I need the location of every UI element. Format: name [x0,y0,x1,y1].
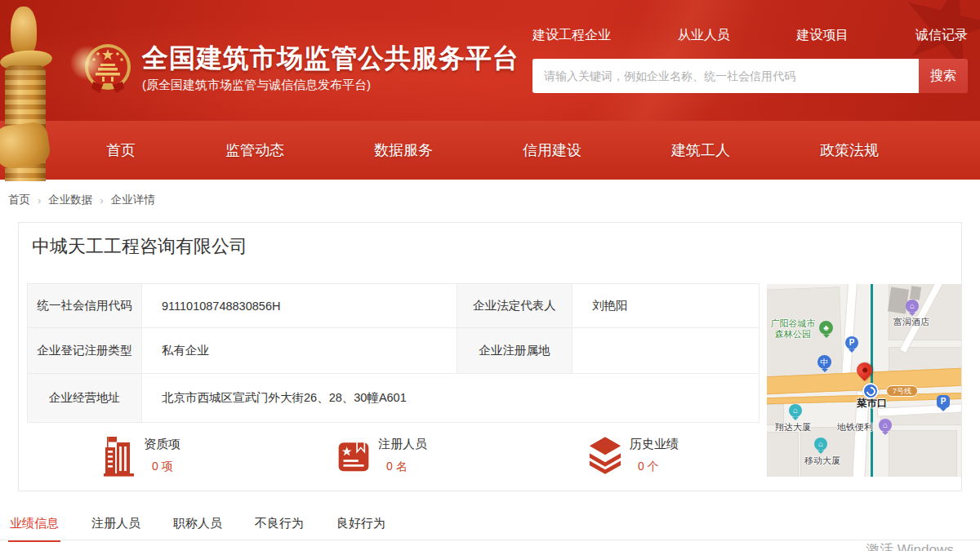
field-value-registration-type: 私有企业 [142,328,457,374]
field-label-registration-type: 企业登记注册类型 [28,328,142,374]
location-map[interactable]: 广阳谷城市 森林公园 富润酒店 菜市口 翔达大厦 地铁便利 移动大厦 7号线 ♣… [767,284,961,477]
breadcrumb: 首页 › 企业数据 › 企业详情 [8,193,155,207]
site-subtitle: (原全国建筑市场监管与诚信信息发布平台) [142,78,519,93]
stat-value: 0 个 [630,460,679,474]
top-nav-practitioners[interactable]: 从业人员 [678,27,730,52]
company-info-table: 统一社会信用代码 91110108748830856H 企业法定代表人 刘艳阳 … [27,283,760,423]
station-label: 菜市口 [857,398,888,409]
table-row: 统一社会信用代码 91110108748830856H 企业法定代表人 刘艳阳 [28,284,760,328]
field-value-legal-rep: 刘艳阳 [572,284,760,328]
park-label: 广阳谷城市 森林公园 [767,318,819,340]
metro-convenience-label: 地铁便利 [837,422,873,433]
qualification-building-icon [103,435,136,478]
metro-line-4 [871,284,873,477]
search-bar: 搜索 [532,59,968,93]
field-label-legal-rep: 企业法定代表人 [457,284,572,328]
stat-value: 0 名 [378,460,427,474]
breadcrumb-home[interactable]: 首页 [8,193,30,207]
stat-registered-personnel: 注册人员 0 名 [337,435,427,478]
stat-label: 历史业绩 [630,437,679,452]
field-label-registration-place: 企业注册属地 [457,328,572,374]
top-nav-construction-projects[interactable]: 建设项目 [796,27,849,52]
tab-registered-personnel[interactable]: 注册人员 [91,516,140,542]
main-nav: 首页 监管动态 数据服务 信用建设 建筑工人 政策法规 [0,121,980,180]
table-row: 企业登记注册类型 私有企业 企业注册属地 [28,328,760,374]
field-value-business-address: 北京市西城区宣武门外大街26、28、30幢A601 [142,374,760,423]
field-value-registration-place [572,328,760,374]
history-performance-layers-icon [589,435,621,478]
site-header: 全国建筑市场监管公共服务平台 (原全国建筑市场监管与诚信信息发布平台) 建设工程… [0,0,980,121]
park-tree-icon: ♣ [819,321,833,335]
company-name: 中城天工工程咨询有限公司 [32,234,247,259]
stat-value: 0 项 [144,460,180,474]
site-logo: 全国建筑市场监管公共服务平台 (原全国建筑市场监管与诚信信息发布平台) [83,42,519,95]
breadcrumb-separator: › [38,194,41,207]
stat-history-performance: 历史业绩 0 个 [589,435,679,478]
field-label-credit-code: 统一社会信用代码 [28,284,142,328]
stat-label: 注册人员 [378,437,427,452]
nav-item-policies[interactable]: 政策法规 [820,140,879,160]
metro-line7-badge: 7号线 [886,385,918,397]
page: 全国建筑市场监管公共服务平台 (原全国建筑市场监管与诚信信息发布平台) 建设工程… [0,0,980,551]
nav-item-credit[interactable]: 信用建设 [523,140,581,160]
breadcrumb-enterprise-data[interactable]: 企业数据 [48,193,92,207]
hotel-icon: ⌂ [906,300,919,313]
nav-item-workers[interactable]: 建筑工人 [671,140,730,160]
top-nav-credit-records[interactable]: 诚信记录 [915,27,968,52]
top-nav-construction-enterprises[interactable]: 建设工程企业 [532,27,611,52]
breadcrumb-enterprise-detail: 企业详情 [111,193,155,207]
national-emblem-icon [83,42,132,95]
bank-icon: 中 [817,355,831,369]
company-card: 中城天工工程咨询有限公司 统一社会信用代码 91110108748830856H… [18,222,962,491]
field-label-business-address: 企业经营地址 [28,374,142,423]
convenience-store-icon: ⌂ [879,419,892,432]
tab-bad-behavior[interactable]: 不良行为 [255,516,304,542]
table-row: 企业经营地址 北京市西城区宣武门外大街26、28、30幢A601 [28,374,760,423]
building-icon: ⌂ [789,404,802,417]
site-title: 全国建筑市场监管公共服务平台 [142,42,519,73]
stat-qualifications: 资质项 0 项 [103,435,180,478]
activate-windows-watermark: 激活 Windows [866,540,954,551]
nav-item-supervision[interactable]: 监管动态 [225,140,284,160]
tab-good-behavior[interactable]: 良好行为 [336,516,385,542]
stat-label: 资质项 [144,437,180,452]
nav-item-home[interactable]: 首页 [106,140,136,160]
search-button[interactable]: 搜索 [919,59,968,93]
building-icon: ⌂ [814,438,827,451]
parking-icon: P [937,395,950,408]
tab-performance-info[interactable]: 业绩信息 [10,516,59,542]
xiangda-building-label: 翔达大厦 [775,422,811,433]
parking-icon: P [845,336,858,349]
metro-station-icon [862,383,879,399]
registered-personnel-book-icon [337,435,370,478]
hotel-label: 富润酒店 [893,317,929,327]
nav-item-data-services[interactable]: 数据服务 [374,140,433,160]
breadcrumb-separator: › [100,194,103,207]
top-nav: 建设工程企业 从业人员 建设项目 诚信记录 [532,27,968,52]
search-input[interactable] [532,59,919,93]
tab-titled-personnel[interactable]: 职称人员 [173,516,222,542]
field-value-credit-code: 91110108748830856H [142,284,457,328]
detail-tabs: 业绩信息 注册人员 职称人员 不良行为 良好行为 [10,516,385,542]
logo-text: 全国建筑市场监管公共服务平台 (原全国建筑市场监管与诚信信息发布平台) [142,42,519,93]
yidong-building-label: 移动大厦 [804,455,840,466]
